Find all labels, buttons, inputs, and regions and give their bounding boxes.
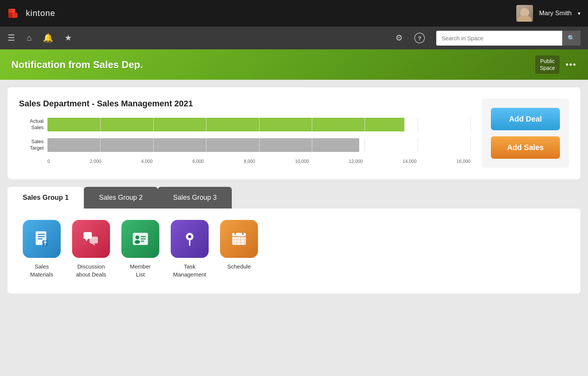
svg-point-17 xyxy=(135,240,140,244)
tabs-row: Sales Group 1 Sales Group 2 Sales Group … xyxy=(8,187,580,209)
buttons-panel: Add Deal Add Sales xyxy=(482,99,569,168)
svg-rect-25 xyxy=(232,233,246,237)
banner-title: Notification from Sales Dep. xyxy=(11,59,143,71)
help-icon[interactable]: ? xyxy=(414,33,425,43)
tab-sales-group-2[interactable]: Sales Group 2 xyxy=(84,187,158,209)
app-task-management[interactable]: TaskManagement xyxy=(171,220,209,278)
apps-card: SalesMaterials Discussionabout Deals xyxy=(8,209,580,294)
app-icon-schedule xyxy=(220,220,258,258)
banner-right: Public Space ••• xyxy=(535,55,577,74)
user-name: Mary Smith xyxy=(539,9,572,17)
svg-rect-22 xyxy=(189,240,190,246)
logo-svg xyxy=(8,6,23,21)
bar-fill-target xyxy=(47,138,359,152)
search-container: 🔍 xyxy=(436,31,580,46)
user-dropdown-arrow[interactable]: ▾ xyxy=(578,10,580,16)
schedule-svg xyxy=(229,229,249,249)
logo-area: kintone xyxy=(8,6,55,21)
svg-rect-13 xyxy=(90,237,98,243)
bar-chart: ActualSales xyxy=(19,118,470,164)
banner: Notification from Sales Dep. Public Spac… xyxy=(0,49,588,80)
app-label-discussion-deals: Discussionabout Deals xyxy=(76,262,106,278)
add-deal-button[interactable]: Add Deal xyxy=(491,108,560,130)
search-input[interactable] xyxy=(436,31,562,45)
search-button[interactable]: 🔍 xyxy=(562,31,580,46)
svg-point-23 xyxy=(188,235,191,238)
chart-card: Sales Department - Sales Management 2021… xyxy=(8,87,580,179)
gear-icon[interactable]: ⚙ xyxy=(395,33,403,43)
app-icon-task-management xyxy=(171,220,209,258)
app-label-sales-materials: SalesMaterials xyxy=(30,262,53,278)
add-sales-button[interactable]: Add Sales xyxy=(491,136,560,159)
avatar xyxy=(516,5,533,22)
app-icon-member-list xyxy=(121,220,159,258)
task-mgmt-svg xyxy=(180,229,200,249)
chart-section: Sales Department - Sales Management 2021… xyxy=(19,99,470,164)
app-member-list[interactable]: MemberList xyxy=(121,220,159,278)
logo-text: kintone xyxy=(26,8,55,18)
home-icon[interactable]: ⌂ xyxy=(27,33,31,43)
bar-row-target: SalesTarget xyxy=(19,138,470,152)
bar-fill-actual xyxy=(47,118,404,131)
discussion-svg xyxy=(81,229,101,249)
star-icon[interactable]: ★ xyxy=(64,33,72,43)
chart-title: Sales Department - Sales Management 2021 xyxy=(19,99,470,109)
app-icon-discussion-deals xyxy=(72,220,110,258)
second-navbar: ☰ ⌂ 🔔 ★ ⚙ ? 🔍 xyxy=(0,27,588,49)
bell-icon[interactable]: 🔔 xyxy=(43,33,53,43)
bar-row-actual: ActualSales xyxy=(19,118,470,131)
tab-sales-group-3[interactable]: Sales Group 3 xyxy=(158,187,232,209)
bar-label-target: SalesTarget xyxy=(19,139,44,152)
app-discussion-deals[interactable]: Discussionabout Deals xyxy=(72,220,110,278)
bar-label-actual: ActualSales xyxy=(19,118,44,131)
app-sales-materials[interactable]: SalesMaterials xyxy=(23,220,61,278)
apps-grid: SalesMaterials Discussionabout Deals xyxy=(23,220,565,278)
svg-rect-2 xyxy=(8,13,12,18)
svg-rect-3 xyxy=(11,9,15,13)
bar-track-actual xyxy=(47,118,470,131)
app-label-member-list: MemberList xyxy=(130,262,151,278)
tabs-apps-section: Sales Group 1 Sales Group 2 Sales Group … xyxy=(8,187,580,294)
app-schedule[interactable]: Schedule xyxy=(220,220,258,278)
top-navbar: kintone Mary Smith ▾ xyxy=(0,0,588,27)
sales-materials-svg xyxy=(32,229,52,249)
tab-sales-group-1[interactable]: Sales Group 1 xyxy=(8,187,84,209)
app-icon-sales-materials xyxy=(23,220,61,258)
menu-icon[interactable]: ☰ xyxy=(8,33,15,43)
main-content: Sales Department - Sales Management 2021… xyxy=(0,80,588,301)
kintone-logo[interactable]: kintone xyxy=(8,6,55,21)
svg-rect-1 xyxy=(11,13,17,18)
bar-track-target xyxy=(47,138,470,152)
public-space-label: Public Space xyxy=(535,55,560,74)
user-area: Mary Smith ▾ xyxy=(516,5,580,22)
svg-marker-14 xyxy=(91,243,96,246)
app-label-task-management: TaskManagement xyxy=(173,262,206,278)
svg-marker-12 xyxy=(85,239,88,241)
svg-point-16 xyxy=(135,235,139,239)
more-options-button[interactable]: ••• xyxy=(566,60,577,70)
member-list-svg xyxy=(130,229,150,249)
app-label-schedule: Schedule xyxy=(227,262,251,270)
x-axis: 0 2,000 4,000 6,000 8,000 10,000 12,000 … xyxy=(19,159,470,164)
